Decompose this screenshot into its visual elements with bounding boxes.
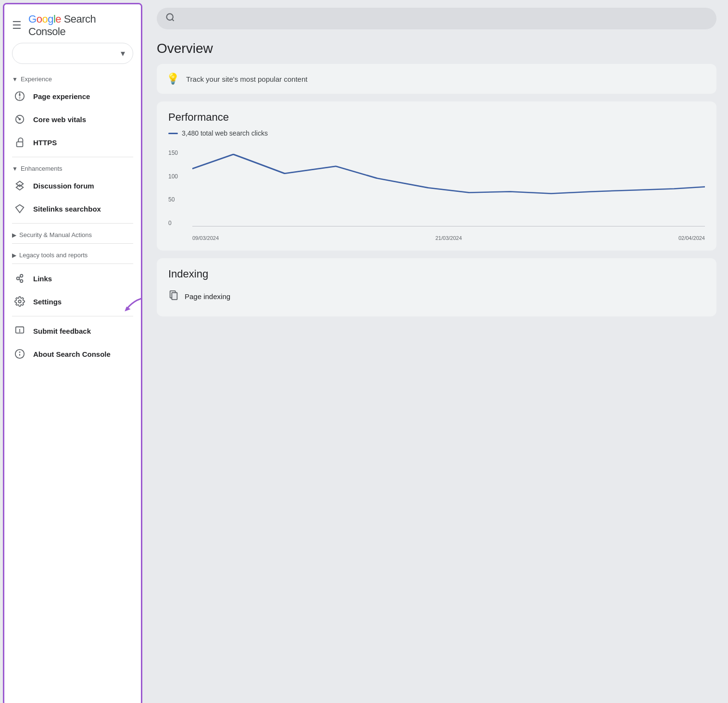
svg-marker-7 <box>16 185 24 190</box>
svg-line-12 <box>19 276 21 278</box>
sidebar-item-about[interactable]: About Search Console <box>4 342 135 365</box>
chart-y-labels: 150 100 50 0 <box>168 150 178 226</box>
chart-svg <box>192 150 705 226</box>
svg-rect-5 <box>17 142 23 147</box>
main-content: Overview 💡 Track your site's most popula… <box>145 0 728 703</box>
content-area: 💡 Track your site's most popular content… <box>145 64 728 316</box>
menu-icon[interactable]: ☰ <box>12 19 22 32</box>
perf-subtitle-text: 3,480 total web search clicks <box>182 129 268 137</box>
https-label: HTTPS <box>33 138 57 147</box>
section-enhancements[interactable]: ▼ Enhancements <box>4 160 141 174</box>
logo-e: e <box>55 13 61 25</box>
core-web-vitals-label: Core web vitals <box>33 115 86 124</box>
performance-title: Performance <box>168 111 705 124</box>
svg-marker-2 <box>19 96 21 100</box>
sidebar-item-sitelinks-searchbox[interactable]: Sitelinks searchbox <box>4 197 135 220</box>
page-indexing-icon <box>168 290 179 303</box>
sidebar-item-discussion-forum[interactable]: Discussion forum <box>4 174 135 197</box>
x-label-3: 02/04/2024 <box>678 235 705 241</box>
diamond-stack-icon <box>14 180 25 191</box>
section-legacy-label: Legacy tools and reports <box>19 251 88 259</box>
diamond-icon <box>14 203 25 214</box>
performance-chart: 150 100 50 0 09/03/2024 21/03/2024 02/04… <box>168 145 705 241</box>
svg-point-14 <box>18 300 21 303</box>
svg-point-4 <box>19 119 21 120</box>
property-selector[interactable]: ▾ <box>12 43 133 64</box>
svg-point-22 <box>167 14 173 20</box>
logo-o1: o <box>37 13 42 25</box>
sidebar-item-links[interactable]: Links <box>4 267 135 290</box>
perf-subtitle: 3,480 total web search clicks <box>168 129 705 137</box>
logo-g: g <box>48 13 53 25</box>
top-bar <box>145 0 728 37</box>
logo-G: G <box>28 13 37 25</box>
discussion-forum-label: Discussion forum <box>33 182 94 190</box>
logo-o2: o <box>42 13 48 25</box>
sidebar-item-submit-feedback[interactable]: Submit feedback <box>4 319 135 342</box>
compass-icon <box>14 90 25 102</box>
lock-icon <box>14 137 25 148</box>
divider-4 <box>12 264 133 264</box>
section-experience-label: Experience <box>21 75 52 83</box>
svg-marker-1 <box>19 92 21 96</box>
sitelinks-searchbox-label: Sitelinks searchbox <box>33 205 101 213</box>
page-experience-label: Page experience <box>33 92 90 100</box>
sidebar: ☰ Google Search Console ▾ ▼ Experience P… <box>3 3 142 703</box>
indexing-title: Indexing <box>168 268 705 280</box>
indexing-row[interactable]: Page indexing <box>168 286 705 307</box>
links-icon <box>14 273 25 284</box>
sidebar-item-settings[interactable]: Settings <box>4 290 135 313</box>
section-enhancements-label: Enhancements <box>21 165 63 172</box>
chevron-down-icon: ▾ <box>121 48 125 59</box>
svg-marker-6 <box>16 181 24 187</box>
x-label-2: 21/03/2024 <box>435 235 462 241</box>
feedback-icon <box>14 325 25 337</box>
x-label-1: 09/03/2024 <box>192 235 219 241</box>
y-label-150: 150 <box>168 150 178 156</box>
section-security-label: Security & Manual Actions <box>19 231 92 239</box>
section-security[interactable]: ▶ Security & Manual Actions <box>4 226 141 240</box>
gear-icon <box>14 296 25 307</box>
divider-5 <box>12 316 133 316</box>
page-indexing-label: Page indexing <box>185 292 230 301</box>
blue-line-icon <box>168 133 178 134</box>
submit-feedback-label: Submit feedback <box>33 327 91 335</box>
indexing-card: Indexing Page indexing <box>157 258 716 316</box>
sidebar-item-page-experience[interactable]: Page experience <box>4 85 135 108</box>
divider-3 <box>12 243 133 244</box>
collapse-arrow-legacy: ▶ <box>12 252 16 259</box>
info-icon <box>14 348 25 360</box>
track-text: Track your site's most popular content <box>186 75 307 83</box>
performance-card: Performance 3,480 total web search click… <box>157 101 716 251</box>
divider-1 <box>12 157 133 157</box>
links-label: Links <box>33 275 52 283</box>
track-banner: 💡 Track your site's most popular content <box>157 64 716 94</box>
about-label: About Search Console <box>33 350 111 358</box>
divider-2 <box>12 223 133 224</box>
y-label-0: 0 <box>168 220 178 226</box>
sidebar-item-https[interactable]: HTTPS <box>4 131 135 154</box>
y-label-50: 50 <box>168 196 178 203</box>
collapse-arrow-enhancements: ▼ <box>12 165 18 172</box>
bulb-icon: 💡 <box>166 73 179 85</box>
speed-icon <box>14 113 25 125</box>
sidebar-header: ☰ Google Search Console <box>4 4 141 43</box>
svg-rect-25 <box>172 293 177 300</box>
svg-point-18 <box>20 331 20 332</box>
settings-label: Settings <box>33 298 62 306</box>
search-icon <box>165 13 175 25</box>
y-label-100: 100 <box>168 173 178 180</box>
svg-line-13 <box>19 279 21 280</box>
search-bar[interactable] <box>157 8 716 29</box>
sidebar-item-core-web-vitals[interactable]: Core web vitals <box>4 108 135 131</box>
collapse-arrow-security: ▶ <box>12 232 16 239</box>
svg-line-23 <box>172 19 174 21</box>
collapse-arrow-experience: ▼ <box>12 76 18 83</box>
logo: Google Search Console <box>28 13 133 38</box>
overview-title: Overview <box>145 37 728 64</box>
chart-x-labels: 09/03/2024 21/03/2024 02/04/2024 <box>192 235 705 241</box>
svg-marker-8 <box>16 205 24 213</box>
section-legacy[interactable]: ▶ Legacy tools and reports <box>4 247 141 261</box>
chart-area <box>192 150 705 226</box>
section-experience[interactable]: ▼ Experience <box>4 71 141 85</box>
